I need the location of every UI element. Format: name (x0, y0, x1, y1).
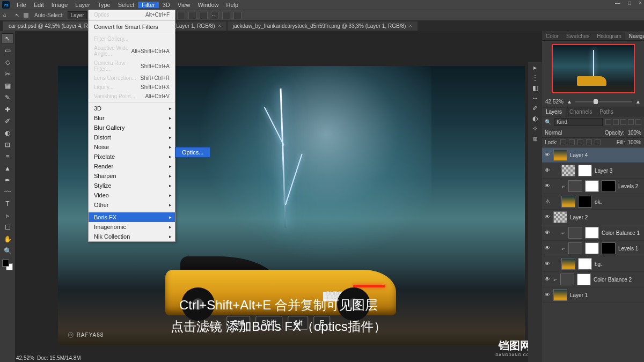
tool[interactable]: T (2, 198, 13, 209)
layer-mask[interactable] (585, 227, 599, 239)
menu-item[interactable]: Stylize (89, 181, 175, 190)
layer-mask[interactable] (585, 242, 599, 254)
navigator-zoom[interactable]: 42,52% ▲ ▲ (542, 97, 644, 107)
layer-mask[interactable] (577, 274, 591, 285)
menu-item[interactable]: Blur Gallery (89, 123, 175, 132)
distribute-icon[interactable] (188, 12, 196, 19)
layer-row[interactable]: 👁⬐Levels 1 (542, 241, 644, 256)
tool[interactable]: ↖ (2, 33, 13, 44)
menu-item[interactable]: Render (89, 161, 175, 171)
panel-tab[interactable]: Paths (596, 108, 617, 116)
menu-item[interactable]: Other (89, 200, 175, 210)
tool[interactable]: ▲ (2, 163, 13, 174)
zoom-out-icon[interactable]: ▲ (567, 99, 572, 105)
visibility-icon[interactable]: 👁 (544, 214, 551, 220)
tool[interactable]: ▭ (2, 45, 13, 56)
layer-row[interactable]: 👁bg. (542, 256, 644, 272)
layer-name[interactable]: Color Balance 1 (602, 230, 642, 236)
tool[interactable]: ✎ (2, 92, 13, 103)
menu-3d[interactable]: 3D (159, 2, 174, 8)
tool[interactable]: ◇ (2, 57, 13, 68)
lock-icon[interactable] (569, 139, 575, 145)
filter-icon[interactable] (605, 119, 611, 125)
layer-row[interactable]: 👁⬐Color Balance 1 (542, 225, 644, 241)
layer-name[interactable]: Layer 4 (570, 152, 642, 158)
panel-icon[interactable]: ◐ (532, 115, 538, 122)
borisfx-submenu[interactable]: Optics... (175, 147, 210, 158)
menu-item[interactable]: Boris FX (89, 212, 175, 222)
menu-item[interactable]: Pixelate (89, 152, 175, 161)
layer-row[interactable]: 👁⬐Color Balance 2 (542, 272, 644, 287)
menu-item[interactable]: 3D (89, 104, 175, 113)
layer-mask[interactable] (578, 196, 592, 208)
filter-icon[interactable] (620, 119, 626, 125)
layer-mask[interactable] (602, 180, 616, 192)
layer-name[interactable]: Layer 3 (595, 168, 642, 174)
distribute-icon[interactable] (177, 12, 185, 19)
lock-icon[interactable] (586, 139, 592, 145)
visibility-icon[interactable]: 👁 (544, 276, 551, 283)
tool[interactable]: ✐ (2, 116, 13, 127)
blend-mode[interactable]: Normal (545, 130, 602, 136)
tool[interactable]: ≡ (2, 151, 13, 162)
close-icon[interactable]: × (409, 23, 412, 28)
menu-item[interactable]: Video (89, 190, 175, 200)
menu-item[interactable]: Nik Collection (89, 232, 175, 241)
layer-name[interactable]: Layer 2 (570, 215, 642, 220)
layer-mask[interactable] (578, 258, 592, 270)
tool[interactable]: ⊡ (2, 139, 13, 150)
layer-mask[interactable] (602, 242, 616, 254)
menu-window[interactable]: Window (194, 2, 222, 8)
panel-tab[interactable]: Histogram (593, 32, 625, 40)
submenu-optics[interactable]: Optics... (175, 147, 210, 157)
menu-layer[interactable]: Layer (71, 2, 94, 8)
layer-row[interactable]: ⚠ok. (542, 194, 644, 210)
fill-value[interactable]: 100% (627, 139, 641, 145)
menu-edit[interactable]: Edit (30, 2, 48, 8)
layer-row[interactable]: 👁⬐Levels 2 (542, 179, 644, 194)
menu-item[interactable]: OpticsAlt+Ctrl+F (89, 10, 175, 19)
tool[interactable]: ▹ (2, 210, 13, 221)
menu-file[interactable]: File (13, 2, 30, 8)
visibility-icon[interactable]: 👁 (544, 152, 551, 158)
filter-icon[interactable] (635, 119, 641, 125)
menu-item[interactable]: Sharpen (89, 171, 175, 181)
menu-type[interactable]: Type (94, 2, 114, 8)
more-icon[interactable]: ⋯ (211, 12, 219, 19)
menu-item[interactable]: Vanishing Point...Alt+Ctrl+V (89, 92, 175, 101)
filter-icon[interactable] (613, 119, 619, 125)
menu-item[interactable]: Noise (89, 142, 175, 152)
menu-item[interactable]: Convert for Smart Filters (89, 22, 175, 32)
tool[interactable]: ▦ (2, 80, 13, 91)
auto-select-checkbox[interactable] (24, 13, 28, 18)
menu-item[interactable]: Distort (89, 132, 175, 142)
auto-select-target[interactable]: Layer (68, 11, 86, 19)
tool[interactable]: ✂ (2, 69, 13, 79)
panel-icon[interactable]: ✧ (532, 125, 538, 132)
filter-menu-dropdown[interactable]: OpticsAlt+Ctrl+FConvert for Smart Filter… (88, 10, 175, 242)
menu-item[interactable]: Filter Gallery... (89, 34, 175, 43)
mode-icon[interactable] (233, 12, 241, 19)
mode-icon[interactable] (222, 12, 230, 19)
panel-icon[interactable]: ✐ (532, 105, 538, 112)
menu-select[interactable]: Select (114, 2, 138, 8)
layer-name[interactable]: ok. (595, 199, 642, 205)
menu-item[interactable]: Camera Raw Filter...Shift+Ctrl+A (89, 58, 175, 73)
panel-icon[interactable]: ⋮ (532, 74, 538, 82)
panel-icon[interactable]: ◧ (532, 84, 538, 92)
tool[interactable]: ✒ (2, 175, 13, 186)
window-maximize[interactable]: □ (628, 0, 631, 6)
filter-icon[interactable] (628, 119, 634, 125)
panel-icon[interactable]: ↔ (532, 94, 538, 102)
layer-name[interactable]: Levels 2 (618, 183, 642, 189)
layer-row[interactable]: 👁Layer 2 (542, 210, 644, 225)
panel-tab[interactable]: Navigator (625, 32, 644, 40)
fg-bg-swatch[interactable] (2, 260, 13, 270)
zoom-in-icon[interactable]: ▲ (635, 99, 641, 105)
visibility-icon[interactable]: 👁 (544, 245, 551, 252)
menu-help[interactable]: Help (223, 2, 243, 8)
kind-icon[interactable]: 🔍 (545, 119, 551, 125)
tool[interactable]: 🔍 (2, 246, 13, 256)
zoom-slider[interactable] (575, 101, 632, 102)
tool[interactable]: 〰 (2, 187, 13, 197)
